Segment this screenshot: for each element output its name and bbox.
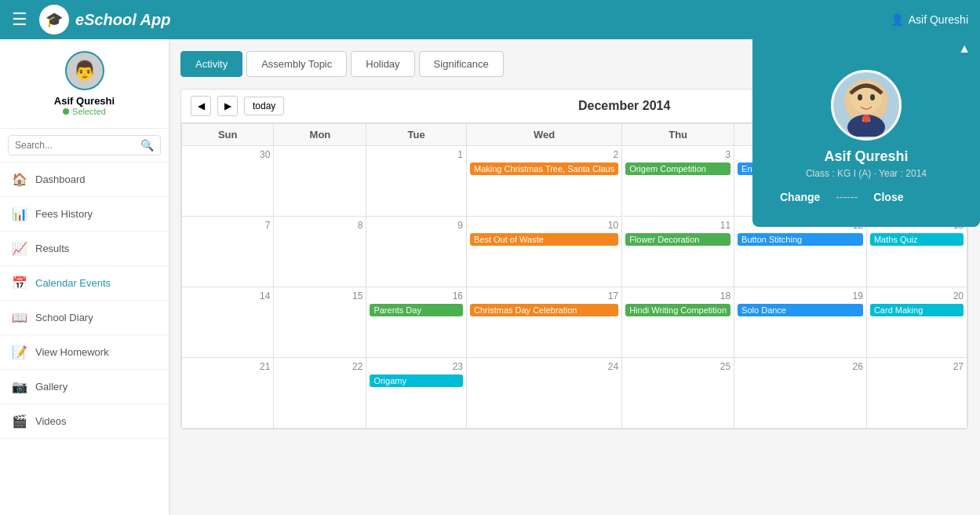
tab-assembly-topic[interactable]: Assembly Topic [246, 51, 347, 77]
calendar-cell-0-1 [274, 146, 366, 217]
status-text: Selected [72, 107, 106, 116]
calendar-cell-3-4: 25 [622, 358, 734, 429]
profile-card: Asif Qureshi Class : KG I (A) · Year : 2… [752, 58, 980, 215]
sidebar-user-name: Asif Qureshi [54, 95, 115, 107]
tab-significance[interactable]: Significance [419, 51, 504, 77]
svg-point-3 [858, 94, 862, 100]
day-number: 7 [185, 220, 270, 231]
calendar-event[interactable]: Flower Decoration [625, 233, 730, 246]
sidebar-item-videos[interactable]: 🎬 Videos [0, 404, 169, 439]
action-divider: ------ [836, 191, 858, 203]
calendar-event[interactable]: Christmas Day Celebration [470, 304, 618, 316]
sidebar-label-gallery: Gallery [35, 381, 67, 393]
day-number: 25 [625, 361, 730, 372]
calendar-cell-3-1: 22 [274, 358, 366, 429]
prev-month-button[interactable]: ◀ [191, 96, 211, 116]
calendar-event[interactable]: Parents Day [370, 304, 463, 316]
dropdown-arrow: ▲ [752, 39, 980, 58]
day-number: 2 [470, 149, 618, 160]
calendar-event[interactable]: Button Stitching [738, 233, 863, 246]
calendar-cell-2-6: 20Card Making [866, 287, 967, 358]
header-user-name: Asif Qureshi [909, 13, 968, 26]
sidebar-item-calendar-events[interactable]: 📅 Calendar Events [0, 266, 169, 301]
calendar-cell-0-3: 2Making Christmas Tree, Santa Claus [467, 146, 622, 217]
header-user-area[interactable]: 👤 Asif Qureshi [891, 13, 968, 26]
svg-point-6 [862, 115, 870, 122]
profile-class: Class : KG I (A) · Year : 2014 [806, 168, 927, 179]
calendar-cell-1-6: 13Maths Quiz [866, 217, 967, 287]
day-number: 11 [625, 220, 730, 231]
change-button[interactable]: Change [780, 191, 820, 203]
profile-name: Asif Qureshi [824, 148, 908, 165]
search-button[interactable]: 🔍 [140, 139, 154, 152]
day-number: 9 [370, 220, 463, 231]
search-input[interactable] [8, 135, 161, 155]
sidebar-label-school-diary: School Diary [35, 312, 93, 323]
day-number: 30 [185, 149, 270, 160]
calendar-event[interactable]: Best Out of Waste [470, 233, 618, 246]
next-month-button[interactable]: ▶ [217, 96, 238, 116]
calendar-cell-2-1: 15 [274, 287, 366, 358]
calendar-cell-0-0: 30 [182, 146, 274, 217]
day-number: 1 [370, 149, 463, 160]
day-header-mon: Mon [274, 124, 366, 146]
sidebar-label-videos: Videos [35, 415, 67, 427]
calendar-event[interactable]: Origem Competition [625, 163, 730, 175]
day-number: 17 [470, 290, 618, 301]
day-number: 15 [277, 290, 362, 301]
calendar-event[interactable]: Origamy [370, 374, 463, 387]
close-button[interactable]: Close [873, 191, 903, 203]
today-button[interactable]: today [244, 97, 284, 115]
fees-history-icon: 📊 [12, 206, 27, 221]
logo-icon: 🎓 [39, 5, 69, 35]
status-dot [63, 108, 69, 115]
profile-avatar [831, 70, 902, 141]
gallery-icon: 📷 [12, 379, 27, 394]
calendar-event[interactable]: Solo Dance [738, 304, 863, 316]
homework-icon: 📝 [12, 345, 27, 360]
sidebar: 👨 Asif Qureshi Selected 🔍 🏠 Dashboard 📊 … [0, 39, 169, 515]
calendar-cell-3-6: 27 [866, 358, 967, 429]
day-number: 22 [277, 361, 362, 372]
sidebar-label-dashboard: Dashboard [35, 173, 86, 185]
dashboard-icon: 🏠 [12, 172, 27, 187]
sidebar-item-gallery[interactable]: 📷 Gallery [0, 370, 169, 404]
day-number: 23 [370, 361, 463, 372]
calendar-cell-1-2: 9 [366, 217, 467, 287]
profile-actions: Change ------ Close [764, 191, 968, 203]
day-number: 19 [738, 290, 863, 301]
day-number: 18 [625, 290, 730, 301]
calendar-row-3: 212223Origamy24252627 [182, 358, 967, 429]
calendar-event[interactable]: Making Christmas Tree, Santa Claus [470, 163, 618, 175]
tab-holiday[interactable]: Holiday [351, 51, 414, 77]
calendar-cell-3-3: 24 [467, 358, 622, 429]
day-number: 27 [870, 361, 964, 372]
calendar-cell-1-3: 10Best Out of Waste [467, 217, 622, 287]
app-name: eSchool App [75, 11, 171, 29]
day-number: 21 [185, 361, 270, 372]
calendar-cell-3-2: 23Origamy [366, 358, 467, 429]
sidebar-item-view-homework[interactable]: 📝 View Homework [0, 335, 169, 370]
sidebar-item-results[interactable]: 📈 Results [0, 232, 169, 266]
results-icon: 📈 [12, 241, 27, 256]
tab-activity[interactable]: Activity [180, 51, 242, 77]
top-header: ☰ 🎓 eSchool App 👤 Asif Qureshi [0, 0, 980, 39]
day-header-wed: Wed [467, 124, 622, 146]
calendar-event[interactable]: Maths Quiz [870, 233, 964, 246]
calendar-cell-0-4: 3Origem Competition [622, 146, 734, 217]
sidebar-item-dashboard[interactable]: 🏠 Dashboard [0, 163, 169, 197]
sidebar-item-school-diary[interactable]: 📖 School Diary [0, 301, 169, 335]
calendar-event[interactable]: Hindi Writing Competition [625, 304, 730, 316]
calendar-cell-1-4: 11Flower Decoration [622, 217, 734, 287]
day-number: 16 [370, 290, 463, 301]
calendar-cell-2-4: 18Hindi Writing Competition [622, 287, 734, 358]
calendar-cell-3-0: 21 [182, 358, 274, 429]
calendar-cell-0-2: 1 [366, 146, 467, 217]
day-number: 20 [870, 290, 964, 301]
calendar-cell-2-2: 16Parents Day [366, 287, 467, 358]
calendar-event[interactable]: Card Making [870, 304, 964, 316]
sidebar-item-fees-history[interactable]: 📊 Fees History [0, 197, 169, 232]
hamburger-menu[interactable]: ☰ [12, 9, 27, 30]
calendar-cell-1-0: 7 [182, 217, 274, 287]
day-number: 3 [625, 149, 730, 160]
